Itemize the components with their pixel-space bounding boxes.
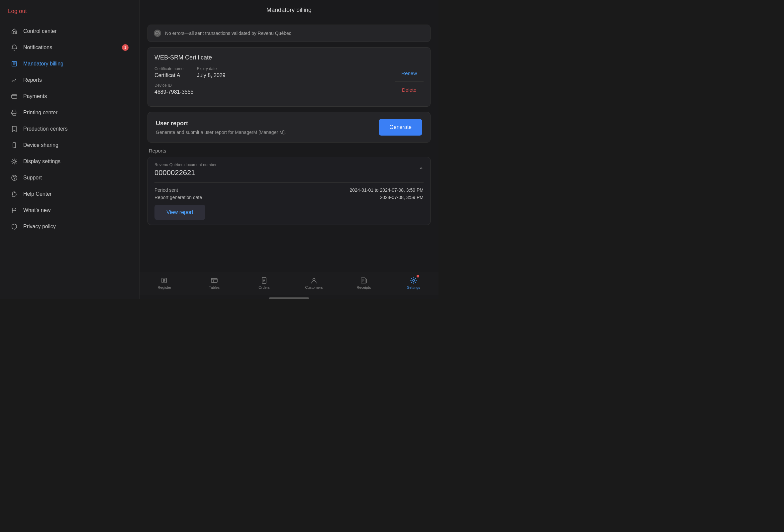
cert-name-field: Certificate name Certificat A [155, 66, 184, 78]
period-sent-label: Period sent [155, 188, 178, 193]
generate-button[interactable]: Generate [379, 119, 422, 136]
svg-point-9 [14, 180, 15, 180]
mandatory-billing-icon [11, 60, 18, 67]
device-icon [11, 142, 18, 149]
main-body: No errors—all sent transactions validate… [140, 19, 439, 272]
support-icon [11, 174, 18, 181]
report-doc-info: Revenu Québec document number 0000022621 [155, 163, 217, 177]
svg-point-15 [413, 279, 415, 281]
sidebar-item-label: Payments [23, 93, 47, 100]
tab-receipts[interactable]: Receipts [339, 276, 389, 291]
generation-date-value: 2024-07-08, 3:59 PM [380, 195, 424, 200]
period-sent-value: 2024-01-01 to 2024-07-08, 3:59 PM [349, 188, 424, 193]
svg-point-6 [14, 147, 15, 147]
report-doc-number: 0000022621 [155, 168, 217, 177]
user-report-text: User report Generate and submit a user r… [156, 120, 286, 135]
logout-button[interactable]: Log out [8, 7, 27, 16]
sidebar-item-label: Notifications [23, 45, 52, 51]
sidebar-item-help-center[interactable]: Help Center [3, 186, 137, 202]
sidebar-item-support[interactable]: Support [3, 170, 137, 186]
certificate-info: Certificate name Certificat A Expiry dat… [155, 66, 384, 100]
flag-icon [11, 207, 18, 214]
chart-icon [11, 77, 18, 84]
status-icon [154, 30, 161, 37]
bookmark-icon [11, 125, 18, 133]
sidebar-item-whats-new[interactable]: What's new [3, 202, 137, 218]
tab-label: Tables [209, 285, 220, 289]
reports-card: Revenu Québec document number 0000022621… [147, 157, 430, 225]
reports-section-title: Reports [147, 148, 430, 153]
certificate-grid: Certificate name Certificat A Expiry dat… [155, 66, 424, 100]
page-title: Mandatory billing [150, 7, 428, 13]
user-report-description: Generate and submit a user report for Ma… [156, 130, 286, 135]
sidebar-item-display-settings[interactable]: Display settings [3, 153, 137, 169]
sidebar-item-production-centers[interactable]: Production centers [3, 121, 137, 137]
scroll-indicator [269, 298, 309, 299]
main-header: Mandatory billing [140, 0, 439, 19]
tab-label: Settings [407, 285, 420, 289]
tab-orders[interactable]: Orders [239, 276, 289, 291]
sidebar-item-label: Support [23, 175, 42, 181]
tab-settings[interactable]: Settings [389, 276, 439, 291]
tab-customers[interactable]: Customers [289, 276, 339, 291]
sidebar-item-payments[interactable]: Payments [3, 88, 137, 104]
bell-icon [11, 44, 18, 51]
settings-icon [410, 277, 417, 284]
certificate-actions: Renew Delete [389, 66, 424, 97]
cert-device-value: 4689-7981-3555 [155, 89, 384, 95]
sidebar-item-privacy-policy[interactable]: Privacy policy [3, 219, 137, 234]
register-icon [161, 277, 168, 284]
report-item: Revenu Québec document number 0000022621… [148, 157, 430, 183]
cert-device-label: Device ID [155, 83, 384, 88]
user-report-card: User report Generate and submit a user r… [147, 112, 430, 143]
renew-button[interactable]: Renew [395, 66, 424, 80]
status-text: No errors—all sent transactions validate… [165, 31, 291, 36]
chevron-up-icon[interactable]: ⌃ [419, 166, 424, 173]
sidebar-item-label: Production centers [23, 126, 67, 132]
sidebar-item-label: Reports [23, 77, 42, 83]
tab-register[interactable]: Register [140, 276, 189, 291]
svg-rect-14 [361, 278, 365, 283]
sidebar-item-label: Printing center [23, 110, 57, 116]
certificate-card: WEB-SRM Certificate Certificate name Cer… [147, 47, 430, 107]
status-bar: No errors—all sent transactions validate… [147, 25, 430, 42]
settings-red-dot [417, 275, 419, 277]
sidebar-item-mandatory-billing[interactable]: Mandatory billing [3, 56, 137, 72]
sidebar-item-label: Device sharing [23, 142, 58, 148]
delete-button[interactable]: Delete [395, 83, 424, 97]
tab-tables[interactable]: Tables [189, 276, 239, 291]
sidebar-item-device-sharing[interactable]: Device sharing [3, 137, 137, 153]
main-content: Mandatory billing No errors—all sent tra… [140, 0, 439, 299]
sidebar-item-control-center[interactable]: Control center [3, 23, 137, 39]
sidebar-item-label: What's new [23, 207, 51, 213]
sidebar: Log out Control center [0, 0, 140, 299]
tab-label: Orders [258, 285, 270, 289]
sidebar-nav: Control center Notifications 1 [0, 20, 139, 299]
sidebar-item-notifications[interactable]: Notifications 1 [3, 39, 137, 55]
generation-date-label: Report generation date [155, 195, 202, 200]
card-icon [11, 93, 18, 100]
home-icon [11, 28, 18, 35]
customers-icon [310, 277, 317, 284]
sidebar-item-label: Control center [23, 28, 57, 34]
cert-expiry-label: Expiry date [197, 66, 225, 71]
report-details: Period sent 2024-01-01 to 2024-07-08, 3:… [148, 183, 430, 225]
cert-name-value: Certificat A [155, 73, 184, 78]
sidebar-item-reports[interactable]: Reports [3, 72, 137, 88]
orders-icon [260, 277, 268, 284]
sidebar-item-label: Privacy policy [23, 224, 56, 230]
certificate-title: WEB-SRM Certificate [155, 54, 424, 61]
cert-name-label: Certificate name [155, 66, 184, 71]
view-report-button[interactable]: View report [155, 205, 205, 220]
svg-rect-0 [13, 32, 15, 34]
shield-icon [11, 223, 18, 230]
user-report-title: User report [156, 120, 286, 127]
svg-point-7 [13, 160, 16, 163]
svg-rect-3 [12, 110, 16, 112]
print-icon [11, 109, 18, 116]
svg-rect-12 [211, 278, 217, 282]
tab-label: Register [158, 285, 171, 289]
report-header-row: Revenu Québec document number 0000022621… [155, 163, 424, 177]
cert-device-field: Device ID 4689-7981-3555 [155, 83, 384, 95]
sidebar-item-printing-center[interactable]: Printing center [3, 105, 137, 121]
